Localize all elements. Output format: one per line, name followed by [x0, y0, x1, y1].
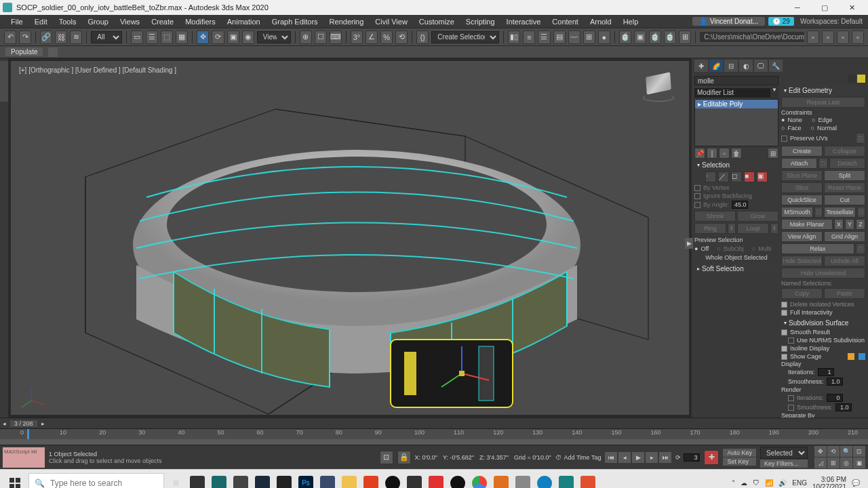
menu-create[interactable]: Create [146, 16, 179, 27]
project-btn3[interactable]: ▫ [837, 30, 849, 44]
menu-customize[interactable]: Customize [414, 16, 460, 27]
keyboard-shortcut-button[interactable]: ⌨ [330, 30, 342, 44]
menu-animation[interactable]: Animation [222, 16, 266, 27]
set-key-big-button[interactable]: ✚ [704, 450, 719, 465]
by-angle-check[interactable]: By Angle: [703, 201, 729, 208]
project-btn2[interactable]: ▫ [822, 30, 834, 44]
scale-button[interactable]: ▣ [227, 30, 239, 44]
ribbon-toggle-icon[interactable] [48, 47, 58, 57]
tray-notifications-icon[interactable]: 💬 [852, 479, 860, 487]
tray-volume-icon[interactable]: 🔊 [778, 479, 787, 487]
layer-explorer-button[interactable]: ☰ [538, 30, 550, 44]
time-ruler[interactable]: 0102030405060708090100110120130140150160… [0, 428, 868, 445]
auto-key-button[interactable]: Auto Key [723, 449, 756, 457]
close-button[interactable]: ✕ [838, 1, 865, 14]
menu-modifiers[interactable]: Modifiers [180, 16, 221, 27]
placement-button[interactable]: ◉ [242, 30, 254, 44]
relax-button[interactable]: Relax [781, 243, 854, 254]
quickslice-button[interactable]: QuickSlice [781, 195, 823, 205]
ring-button[interactable]: Ring [694, 223, 726, 234]
scene-explorer-tab[interactable] [0, 61, 8, 102]
planar-x[interactable]: X [834, 219, 844, 230]
unhide-all-button[interactable]: Unhide All [824, 256, 865, 266]
taskbar-vlc[interactable] [491, 472, 511, 489]
bind-button[interactable]: ≋ [70, 30, 82, 44]
taskbar-steam[interactable] [252, 472, 273, 489]
link-button[interactable]: 🔗 [40, 30, 52, 44]
selection-filter[interactable]: All [91, 31, 122, 43]
select-name-button[interactable]: ☰ [146, 30, 158, 44]
edit-named-sel[interactable]: {} [416, 30, 429, 44]
set-key-button[interactable]: Set Key [723, 458, 756, 466]
zoom-extents-button[interactable]: ⊡ [853, 446, 865, 457]
coord-y[interactable]: Y: -0'5.682" [443, 454, 474, 461]
tray-language[interactable]: ENG [792, 479, 807, 487]
project-path[interactable]: C:\Users\micha\OneDrive\Documents\3ds Ma… [700, 32, 804, 42]
render-frame-button[interactable]: ▣ [634, 30, 646, 44]
rotate-button[interactable]: ⟳ [212, 30, 224, 44]
named-selection-set[interactable]: Create Selection Se [431, 31, 499, 43]
pivot-button[interactable]: ⊕ [300, 30, 312, 44]
ignore-backfacing-check[interactable]: Ignore Backfacing [703, 192, 752, 199]
lock-toggle[interactable]: 🔒 [397, 451, 411, 464]
menu-civilview[interactable]: Civil View [370, 16, 412, 27]
soft-selection-rollup[interactable]: ▸Soft Selection [694, 264, 778, 274]
menu-edit[interactable]: Edit [29, 16, 53, 27]
project-btn1[interactable]: ▫ [807, 30, 819, 44]
menu-tools[interactable]: Tools [54, 16, 82, 27]
tessellate-button[interactable]: Tessellate [824, 207, 856, 218]
minimize-button[interactable]: ─ [784, 1, 811, 14]
render-prod-button[interactable]: 🍵 [664, 30, 676, 44]
key-target-dropdown[interactable]: Selected [760, 447, 808, 459]
utilities-tab[interactable]: 🔧 [769, 60, 783, 72]
show-end-result-icon[interactable]: | [707, 148, 717, 159]
start-button[interactable] [3, 472, 27, 489]
grid-align-button[interactable]: Grid Align [824, 231, 865, 242]
current-frame-field[interactable]: 3 [684, 453, 700, 462]
ribbon-populate[interactable]: Populate [5, 47, 43, 56]
preserve-uvs-check[interactable]: Preserve UVs [790, 135, 828, 142]
modifier-stack[interactable]: ▸ Editable Poly [694, 99, 778, 146]
taskbar-app-9[interactable] [578, 472, 598, 489]
taskbar-app-4[interactable] [274, 472, 294, 489]
make-planar-button[interactable]: Make Planar [781, 219, 833, 230]
cut-button[interactable]: Cut [824, 195, 865, 205]
by-vertex-check[interactable]: By Vertex [703, 184, 730, 191]
taskbar-photoshop[interactable]: Ps [296, 472, 316, 489]
hide-unselected-button[interactable]: Hide Unselected [781, 268, 865, 279]
object-name-field[interactable] [694, 76, 778, 85]
taskbar-app-1[interactable] [187, 472, 208, 489]
slice-plane-button[interactable]: Slice Plane [781, 170, 823, 181]
tray-chevron-icon[interactable]: ˄ [732, 479, 735, 487]
create-tab[interactable]: ✚ [694, 60, 708, 72]
subdivision-surface-rollup[interactable]: ▾Subdivision Surface [781, 318, 865, 328]
task-view-button[interactable]: ⊞ [165, 472, 186, 489]
preview-subobj[interactable]: SubObj [724, 245, 744, 252]
viewport[interactable]: [+] [Orthographic ] [User Defined ] [Def… [11, 61, 689, 415]
menu-arnold[interactable]: Arnold [585, 16, 617, 27]
select-region-button[interactable]: ⬚ [161, 30, 173, 44]
copy-button[interactable]: Copy [781, 288, 823, 299]
attach-button[interactable]: Attach [781, 158, 817, 169]
ref-coord-system[interactable]: View [257, 31, 291, 43]
msmooth-button[interactable]: MSmooth [781, 207, 813, 218]
subobj-element[interactable]: ▣ [757, 171, 768, 182]
render-smoothness[interactable]: 1.0 [835, 403, 852, 411]
next-frame-button[interactable]: ▸ [646, 452, 658, 463]
slice-button[interactable]: Slice [781, 182, 823, 193]
subobj-edge[interactable]: ／ [718, 171, 729, 182]
add-time-tag[interactable]: Add Time Tag [564, 454, 601, 461]
user-account[interactable]: 👤Vincent Donat... [692, 17, 765, 26]
taskbar-app-8[interactable] [513, 472, 533, 489]
subobj-border[interactable]: ◻ [731, 171, 742, 182]
mirror-button[interactable]: ▮▯ [508, 30, 520, 44]
detach-button[interactable]: Detach [829, 158, 865, 169]
constraint-normal[interactable]: Normal [817, 125, 837, 131]
view-align-button[interactable]: View Align [781, 231, 823, 242]
configure-sets-icon[interactable]: ⊞ [768, 148, 778, 159]
make-unique-icon[interactable]: ▫ [719, 148, 730, 159]
menu-scripting[interactable]: Scripting [460, 16, 500, 27]
menu-content[interactable]: Content [547, 16, 584, 27]
pan-view-button[interactable]: ✥ [814, 446, 827, 457]
goto-end-button[interactable]: ⏭ [659, 452, 671, 463]
